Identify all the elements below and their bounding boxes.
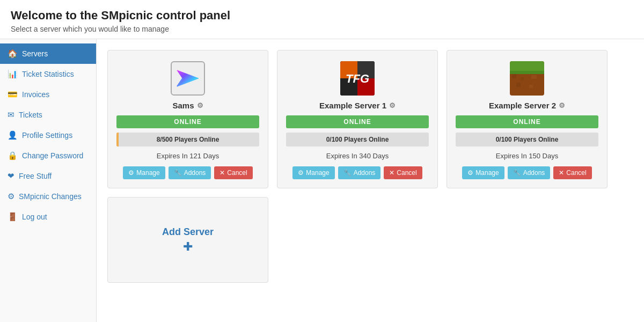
sidebar-item-invoices[interactable]: 💳 Invoices [0,84,96,105]
sidebar-label-profile-settings: Profile Settings [22,131,72,140]
server-card-sams: Sams ⚙ ONLINE 8/500 Players Online Expir… [107,50,268,188]
add-server-plus-icon: ✚ [183,240,193,254]
expires-example2: Expires In 150 Days [496,152,558,160]
server-settings-icon-example1[interactable]: ⚙ [389,101,396,109]
add-server-title: Add Server [162,226,214,238]
sidebar-item-log-out[interactable]: 🚪 Log out [0,207,96,227]
cancel-button-example1[interactable]: ✕ Cancel [384,166,422,179]
page-title: Welcome to the SMpicnic control panel [11,9,633,23]
addons-icon-example1: 🔧 [343,169,352,177]
sidebar-item-change-password[interactable]: 🔒 Change Password [0,145,96,166]
svg-rect-15 [510,71,544,74]
server-status-example2: ONLINE [456,115,598,128]
lock-icon: 🔒 [8,151,18,160]
server-status-example1: ONLINE [286,115,429,128]
sidebar-label-change-password: Change Password [22,151,83,160]
chart-icon: 📊 [8,69,18,79]
svg-rect-11 [521,77,524,80]
addons-icon-example2: 🔧 [513,169,521,177]
servers-grid: Sams ⚙ ONLINE 8/500 Players Online Expir… [107,50,633,283]
sidebar-item-profile-settings[interactable]: 👤 Profile Settings [0,125,96,145]
cancel-button-sams[interactable]: ✕ Cancel [214,166,252,179]
server-icon-example1: TFG [340,61,375,96]
sidebar-item-tickets[interactable]: ✉ Tickets [0,105,96,125]
sidebar-label-servers: Servers [22,49,48,58]
manage-button-sams[interactable]: ⚙ Manage [123,166,165,179]
card-actions-example1: ⚙ Manage 🔧 Addons ✕ Cancel [292,166,422,179]
sidebar-item-smcpicnic-changes[interactable]: ⚙ SMpicnic Changes [0,186,96,207]
players-bar-example1: 0/100 Players Online [286,133,429,147]
sidebar-label-log-out: Log out [22,213,47,221]
manage-icon-sams: ⚙ [128,169,134,177]
svg-rect-10 [512,74,516,78]
gear-icon: ⚙ [8,192,14,201]
manage-icon-example1: ⚙ [298,169,304,177]
manage-icon-example2: ⚙ [467,169,473,177]
manage-button-example1[interactable]: ⚙ Manage [292,166,334,179]
svg-rect-14 [529,85,533,88]
server-name-example2: Example Server 2 ⚙ [489,101,565,110]
addons-button-sams[interactable]: 🔧 Addons [169,166,211,179]
header: Welcome to the SMpicnic control panel Se… [0,0,644,39]
sidebar-item-ticket-statistics[interactable]: 📊 Ticket Statistics [0,64,96,84]
server-status-sams: ONLINE [116,115,259,128]
sidebar-label-ticket-statistics: Ticket Statistics [22,70,74,78]
svg-marker-0 [177,70,199,86]
cancel-button-example2[interactable]: ✕ Cancel [553,166,591,179]
cancel-icon-sams: ✕ [219,169,225,177]
server-card-example2: Example Server 2 ⚙ ONLINE 0/100 Players … [447,50,608,188]
invoice-icon: 💳 [8,90,18,99]
addons-icon-sams: 🔧 [174,169,182,177]
mail-icon: ✉ [8,110,14,120]
svg-rect-12 [531,75,537,79]
cancel-icon-example2: ✕ [559,169,564,177]
players-label-example1: 0/100 Players Online [286,136,429,143]
manage-button-example2[interactable]: ⚙ Manage [462,166,504,179]
svg-text:TFG: TFG [346,72,369,85]
sidebar-item-free-stuff[interactable]: ❤ Free Stuff [0,166,96,186]
server-settings-icon-sams[interactable]: ⚙ [197,101,203,109]
server-settings-icon-example2[interactable]: ⚙ [559,101,565,109]
server-icon-sams [171,61,205,96]
cancel-icon-example1: ✕ [389,169,394,177]
server-name-sams: Sams ⚙ [172,101,203,110]
server-name-example1: Example Server 1 ⚙ [319,101,396,110]
sidebar-label-tickets: Tickets [19,111,42,119]
players-bar-sams: 8/500 Players Online [116,133,259,147]
players-label-example2: 0/100 Players Online [456,136,598,143]
sidebar-label-free-stuff: Free Stuff [19,172,52,180]
addons-button-example1[interactable]: 🔧 Addons [338,166,381,179]
expires-sams: Expires In 121 Days [157,152,219,160]
main-content: Sams ⚙ ONLINE 8/500 Players Online Expir… [97,39,644,322]
card-actions-sams: ⚙ Manage 🔧 Addons ✕ Cancel [123,166,252,179]
sidebar-label-smcpicnic-changes: SMpicnic Changes [19,192,82,201]
sidebar-label-invoices: Invoices [22,90,49,99]
server-icon-example2 [510,61,544,96]
expires-example1: Expires In 340 Days [326,152,389,160]
svg-rect-13 [516,83,521,87]
server-card-example1: TFG Example Server 1 ⚙ ONLINE 0/100 Play… [277,50,438,188]
players-label-sams: 8/500 Players Online [116,136,259,143]
user-icon: 👤 [8,130,18,140]
addons-button-example2[interactable]: 🔧 Addons [508,166,551,179]
sidebar: 🏠 Servers 📊 Ticket Statistics 💳 Invoices… [0,39,97,322]
players-bar-example2: 0/100 Players Online [456,133,598,147]
heart-icon: ❤ [8,171,14,181]
page-subtitle: Select a server which you would like to … [11,25,633,33]
sidebar-item-servers[interactable]: 🏠 Servers [0,43,96,64]
card-actions-example2: ⚙ Manage 🔧 Addons ✕ Cancel [462,166,591,179]
logout-icon: 🚪 [8,212,18,222]
add-server-card[interactable]: Add Server ✚ [107,197,268,283]
home-icon: 🏠 [8,49,18,58]
